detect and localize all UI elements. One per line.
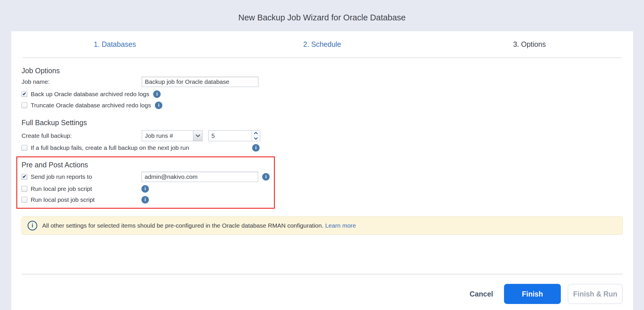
job-name-input[interactable] [142,77,258,87]
wizard-title: New Backup Job Wizard for Oracle Databas… [0,0,644,31]
backup-redo-logs-checkbox[interactable] [22,91,27,97]
step-tab-schedule[interactable]: 2. Schedule [219,40,426,49]
full-backup-mode-select[interactable]: Job runs # [142,130,203,141]
send-reports-email-input[interactable] [141,172,258,182]
backup-redo-logs-row: Back up Oracle database archived redo lo… [22,90,623,98]
spinner-up-icon[interactable] [252,131,260,136]
chevron-down-icon[interactable] [193,131,202,141]
step-tab-options: 3. Options [426,40,633,49]
finish-button[interactable]: Finish [504,284,561,304]
pre-script-checkbox[interactable] [22,186,27,192]
wizard-steps: 1. Databases 2. Schedule 3. Options [11,31,633,57]
info-icon[interactable]: i [141,196,149,204]
create-full-backup-label: Create full backup: [22,132,142,139]
job-name-row: Job name: [22,77,623,87]
info-icon[interactable]: i [153,90,161,98]
full-backup-count-spinner[interactable]: 5 [208,130,260,141]
full-backup-heading: Full Backup Settings [22,119,623,127]
send-reports-row: Send job run reports to i [22,172,274,182]
pre-post-actions-highlight-box: Pre and Post Actions Send job run report… [16,156,275,209]
full-backup-fail-row: If a full backup fails, create a full ba… [22,144,623,152]
wizard-card: 1. Databases 2. Schedule 3. Options Job … [11,31,633,310]
send-reports-label: Send job run reports to [31,173,92,180]
post-script-row: Run local post job script i [22,196,274,204]
spinner-buttons [251,131,260,141]
info-icon[interactable]: i [262,173,270,181]
job-options-heading: Job Options [22,67,623,75]
options-step-content: Job Options Job name: Back up Oracle dat… [11,58,633,310]
banner-message: All other settings for selected items sh… [42,222,324,229]
info-circle-icon: i [28,221,37,230]
rman-info-banner: i All other settings for selected items … [22,216,623,235]
truncate-redo-logs-label: Truncate Oracle database archived redo l… [31,102,151,109]
info-icon[interactable]: i [141,185,149,193]
job-name-label: Job name: [22,78,142,85]
info-icon[interactable]: i [252,144,260,152]
spinner-down-icon[interactable] [252,136,260,141]
footer-divider [22,274,623,274]
full-backup-count-value: 5 [209,131,251,141]
banner-text: All other settings for selected items sh… [42,222,356,229]
finish-and-run-button[interactable]: Finish & Run [568,284,623,304]
truncate-redo-logs-checkbox[interactable] [22,102,27,108]
send-reports-checkbox[interactable] [22,174,27,180]
full-backup-fail-checkbox[interactable] [22,145,27,151]
post-script-label: Run local post job script [31,196,95,203]
cancel-button[interactable]: Cancel [470,290,493,298]
full-backup-mode-value: Job runs # [142,131,193,141]
create-full-backup-row: Create full backup: Job runs # 5 [22,130,623,141]
learn-more-link[interactable]: Learn more [325,222,356,229]
info-icon[interactable]: i [155,102,162,109]
truncate-redo-logs-row: Truncate Oracle database archived redo l… [22,101,623,109]
pre-script-row: Run local pre job script i [22,185,274,193]
post-script-checkbox[interactable] [22,197,27,203]
full-backup-fail-label: If a full backup fails, create a full ba… [31,144,252,151]
footer-actions: Cancel Finish Finish & Run [22,284,623,304]
step-tab-databases[interactable]: 1. Databases [11,40,219,49]
pre-post-actions-heading: Pre and Post Actions [22,161,274,169]
backup-redo-logs-label: Back up Oracle database archived redo lo… [31,91,149,98]
pre-script-label: Run local pre job script [31,185,92,192]
